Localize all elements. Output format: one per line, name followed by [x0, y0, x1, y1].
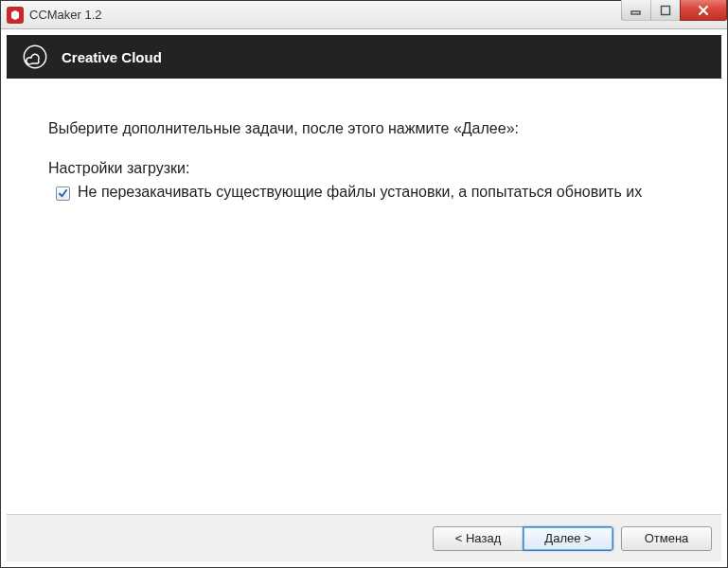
svg-rect-1 [662, 6, 670, 14]
brand-label: Creative Cloud [62, 49, 162, 65]
creative-cloud-icon [22, 44, 48, 70]
svg-rect-0 [631, 11, 640, 14]
option-row: Не перезакачивать существующие файлы уст… [48, 183, 680, 203]
window-title: CCMaker 1.2 [29, 8, 102, 22]
content-area: Выберите дополнительные задачи, после эт… [7, 79, 721, 514]
close-button[interactable] [680, 0, 727, 21]
back-button[interactable]: < Назад [433, 526, 524, 551]
option-label: Не перезакачивать существующие файлы уст… [78, 183, 642, 203]
next-button[interactable]: Далее > [523, 526, 613, 551]
app-icon [7, 7, 24, 24]
window-controls [622, 0, 727, 21]
footer: < Назад Далее > Отмена [7, 514, 721, 561]
titlebar[interactable]: CCMaker 1.2 [1, 1, 727, 29]
app-window: CCMaker 1.2 Creative Cloud Выберите допо… [0, 0, 728, 568]
option-checkbox[interactable] [56, 186, 70, 201]
header-band: Creative Cloud [7, 35, 721, 79]
minimize-button[interactable] [621, 0, 651, 21]
section-label: Настройки загрузки: [48, 160, 680, 177]
svg-point-2 [24, 45, 45, 67]
nav-button-group: < Назад Далее > [433, 526, 613, 551]
cancel-button[interactable]: Отмена [621, 526, 712, 551]
instruction-text: Выберите дополнительные задачи, после эт… [48, 120, 680, 137]
maximize-button[interactable] [650, 0, 681, 21]
